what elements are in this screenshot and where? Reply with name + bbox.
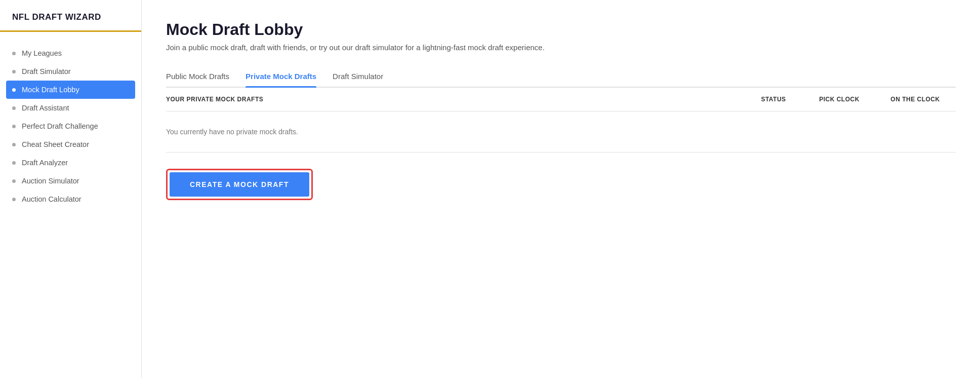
sidebar-logo: NFL DRAFT WIZARD [0,12,141,32]
page-title: Mock Draft Lobby [166,20,956,39]
sidebar-logo-text: NFL DRAFT WIZARD [12,12,101,22]
table-header: YOUR PRIVATE MOCK DRAFTS STATUS PICK CLO… [166,88,956,111]
table-col-on-clock-header: ON THE CLOCK [875,96,956,103]
sidebar-item-label: Draft Simulator [22,67,71,75]
sidebar-item-draft-analyzer[interactable]: Draft Analyzer [0,154,141,172]
dot-icon [12,106,16,110]
sidebar-item-label: Draft Analyzer [22,159,68,167]
sidebar-item-auction-simulator[interactable]: Auction Simulator [0,172,141,190]
create-mock-draft-button[interactable]: CREATE A MOCK DRAFT [170,172,309,197]
dot-icon [12,88,16,92]
page-subtitle: Join a public mock draft, draft with fri… [166,43,956,52]
dot-icon [12,198,16,201]
dot-icon [12,179,16,183]
sidebar-item-perfect-draft-challenge[interactable]: Perfect Draft Challenge [0,117,141,135]
sidebar-nav: My Leagues Draft Simulator Mock Draft Lo… [0,44,141,208]
dot-icon [12,70,16,73]
sidebar: NFL DRAFT WIZARD My Leagues Draft Simula… [0,0,142,378]
dot-icon [12,52,16,55]
dot-icon [12,125,16,128]
sidebar-item-auction-calculator[interactable]: Auction Calculator [0,190,141,208]
empty-state-text: You currently have no private mock draft… [166,128,956,136]
sidebar-item-my-leagues[interactable]: My Leagues [0,44,141,62]
table-col-status-header: STATUS [743,96,804,103]
tab-draft-simulator[interactable]: Draft Simulator [333,68,383,87]
empty-state: You currently have no private mock draft… [166,111,956,153]
table-col-main-header: YOUR PRIVATE MOCK DRAFTS [166,96,743,103]
tabs-container: Public Mock Drafts Private Mock Drafts D… [166,68,956,88]
dot-icon [12,161,16,165]
sidebar-item-label: My Leagues [22,49,62,57]
sidebar-item-draft-assistant[interactable]: Draft Assistant [0,99,141,117]
main-content: Mock Draft Lobby Join a public mock draf… [142,0,980,378]
sidebar-item-cheat-sheet-creator[interactable]: Cheat Sheet Creator [0,135,141,154]
tab-public-mock-drafts[interactable]: Public Mock Drafts [166,68,229,87]
sidebar-item-draft-simulator[interactable]: Draft Simulator [0,62,141,81]
sidebar-item-label: Mock Draft Lobby [22,86,79,94]
sidebar-item-label: Cheat Sheet Creator [22,140,89,148]
sidebar-item-label: Auction Simulator [22,177,79,185]
tab-private-mock-drafts[interactable]: Private Mock Drafts [246,68,316,87]
table-col-pick-clock-header: PICK CLOCK [804,96,875,103]
dot-icon [12,143,16,146]
create-button-highlight: CREATE A MOCK DRAFT [166,169,313,200]
sidebar-item-label: Draft Assistant [22,104,69,112]
sidebar-item-label: Perfect Draft Challenge [22,122,98,130]
sidebar-item-mock-draft-lobby[interactable]: Mock Draft Lobby [6,81,135,99]
button-area: CREATE A MOCK DRAFT [166,153,956,216]
sidebar-item-label: Auction Calculator [22,195,81,203]
